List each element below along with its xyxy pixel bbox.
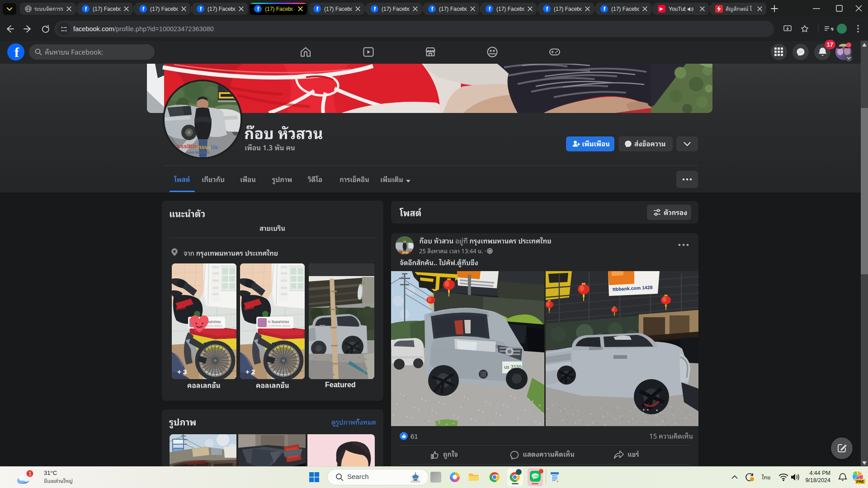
svg-text:PRE: PRE <box>856 479 864 484</box>
svg-text:AAG RACING: AAG RACING <box>186 150 210 155</box>
svg-text:21 PERSONAL DESIGN: 21 PERSONAL DESIGN <box>268 325 290 327</box>
svg-text:LINE: LINE <box>533 475 539 478</box>
svg-text:1: 1 <box>29 471 32 476</box>
svg-text:ssslKru: ssslKru <box>177 143 199 150</box>
svg-text:Ua: Ua <box>211 144 218 150</box>
svg-text:n lsuunzou: n lsuunzou <box>268 319 289 324</box>
svg-text:lnsvu: lnsvu <box>196 144 212 150</box>
